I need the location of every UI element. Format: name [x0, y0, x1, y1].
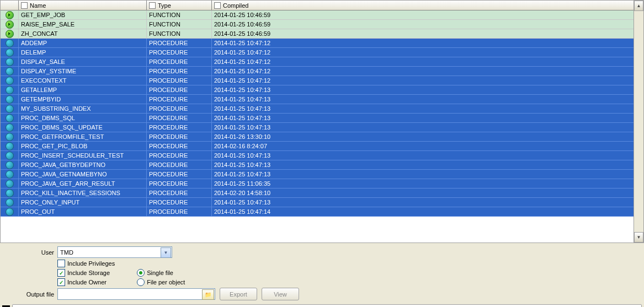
vertical-scrollbar[interactable]: ▲ ▼	[634, 1, 643, 243]
table-row[interactable]: RAISE_EMP_SALEFUNCTION2014-01-25 10:46:5…	[1, 20, 643, 29]
table-row[interactable]: GETEMPBYIDPROCEDURE2014-01-25 10:47:13	[1, 95, 643, 104]
table-row[interactable]: GETALLEMPPROCEDURE2014-01-25 10:47:13	[1, 85, 643, 95]
table-row[interactable]: PROC_ONLY_INPUTPROCEDURE2014-01-25 10:47…	[1, 198, 643, 207]
row-icon-cell	[1, 151, 19, 160]
include-owner-label: Include Owner	[67, 279, 107, 286]
row-compiled: 2014-01-25 10:47:13	[212, 170, 643, 179]
row-type: FUNCTION	[147, 10, 212, 20]
table-row[interactable]: EXECCONTEXTPROCEDURE2014-01-25 10:47:12	[1, 76, 643, 85]
row-name: RAISE_EMP_SALE	[19, 20, 147, 29]
row-compiled: 2014-01-25 10:46:59	[212, 29, 643, 39]
row-compiled: 2014-02-16 8:24:07	[212, 142, 643, 151]
table-row[interactable]: PROC_JAVA_GETNAMEBYNOPROCEDURE2014-01-25…	[1, 170, 643, 179]
scroll-up-icon[interactable]: ▲	[634, 1, 643, 11]
table-row[interactable]: PROC_JAVA_GETBYDEPTNOPROCEDURE2014-01-25…	[1, 160, 643, 170]
row-type: PROCEDURE	[147, 85, 212, 95]
header-type[interactable]: Type	[147, 1, 212, 10]
table-row[interactable]: MY_SUBSTRING_INDEXPROCEDURE2014-01-25 10…	[1, 104, 643, 114]
table-row[interactable]: PROC_GET_PIC_BLOBPROCEDURE2014-02-16 8:2…	[1, 142, 643, 151]
grid-body[interactable]: GET_EMP_JOBFUNCTION2014-01-25 10:46:59RA…	[1, 10, 643, 243]
output-file-label: Output file	[4, 291, 57, 298]
row-name: PROC_GET_PIC_BLOB	[19, 142, 147, 151]
checkbox-icon[interactable]	[57, 260, 65, 267]
row-compiled: 2014-01-25 10:47:12	[212, 57, 643, 67]
header-compiled-check-icon[interactable]	[214, 2, 221, 9]
checkbox-icon[interactable]: ✓	[57, 269, 65, 277]
user-combo[interactable]: TMD ▼	[57, 246, 172, 258]
status-bar	[0, 304, 644, 307]
table-row[interactable]: ZH_CONCATFUNCTION2014-01-25 10:46:59	[1, 29, 643, 39]
single-file-option[interactable]: Single file	[137, 269, 185, 277]
row-name: PROC_DBMS_SQL	[19, 114, 147, 123]
include-privileges-label: Include Privileges	[67, 260, 115, 267]
single-file-label: Single file	[147, 270, 173, 276]
header-name-check-icon[interactable]	[21, 2, 28, 9]
procedure-icon	[6, 95, 14, 104]
table-row[interactable]: PROC_INSERT_SCHEDULER_TESTPROCEDURE2014-…	[1, 151, 643, 160]
table-row[interactable]: PROC_DBMS_SQL_UPDATEPROCEDURE2014-01-25 …	[1, 123, 643, 132]
row-name: PROC_DBMS_SQL_UPDATE	[19, 123, 147, 132]
row-type: PROCEDURE	[147, 48, 212, 57]
row-type: PROCEDURE	[147, 151, 212, 160]
row-name: DISPLAY_SALE	[19, 57, 147, 67]
row-icon-cell	[1, 198, 19, 207]
browse-folder-icon[interactable]: 📁	[202, 289, 214, 300]
row-compiled: 2014-01-25 10:47:13	[212, 160, 643, 170]
row-compiled: 2014-01-25 10:47:13	[212, 198, 643, 207]
row-type: PROCEDURE	[147, 76, 212, 85]
row-icon-cell	[1, 67, 19, 76]
export-button[interactable]: Export	[220, 288, 257, 300]
view-button[interactable]: View	[262, 288, 299, 300]
output-file-input[interactable]: 📁	[57, 288, 215, 300]
procedure-icon	[6, 133, 14, 141]
row-name: ADDEMP	[19, 39, 147, 48]
row-icon-cell	[1, 114, 19, 123]
table-row[interactable]: PROC_GETFROMFILE_TESTPROCEDURE2014-01-26…	[1, 132, 643, 142]
radio-icon[interactable]	[137, 269, 145, 277]
table-row[interactable]: PROC_JAVA_GET_ARR_RESULTPROCEDURE2014-01…	[1, 179, 643, 188]
row-type: PROCEDURE	[147, 198, 212, 207]
table-row[interactable]: PROC_KILL_INACTIVE_SESSIONSPROCEDURE2014…	[1, 188, 643, 198]
header-corner[interactable]	[1, 1, 19, 10]
checkbox-icon[interactable]: ✓	[57, 278, 65, 286]
row-icon-cell	[1, 207, 19, 217]
row-type: PROCEDURE	[147, 132, 212, 142]
table-row[interactable]: DISPLAY_SALEPROCEDURE2014-01-25 10:47:12	[1, 57, 643, 67]
procedure-icon	[6, 189, 14, 197]
row-name: GETALLEMP	[19, 85, 147, 95]
table-row[interactable]: GET_EMP_JOBFUNCTION2014-01-25 10:46:59	[1, 10, 643, 20]
user-label: User	[4, 249, 57, 256]
row-type: PROCEDURE	[147, 123, 212, 132]
include-storage-option[interactable]: ✓ Include Storage	[57, 269, 115, 277]
row-icon-cell	[1, 160, 19, 170]
scroll-down-icon[interactable]: ▼	[634, 232, 643, 243]
include-owner-option[interactable]: ✓ Include Owner	[57, 278, 115, 286]
procedure-icon	[6, 86, 14, 94]
row-icon-cell	[1, 29, 19, 39]
table-row[interactable]: PROC_DBMS_SQLPROCEDURE2014-01-25 10:47:1…	[1, 114, 643, 123]
function-icon	[6, 11, 14, 19]
row-compiled: 2014-01-26 13:30:10	[212, 132, 643, 142]
radio-icon[interactable]	[137, 278, 145, 286]
header-name[interactable]: Name	[19, 1, 147, 10]
row-type: PROCEDURE	[147, 179, 212, 188]
procedure-icon	[6, 114, 14, 122]
file-per-object-option[interactable]: File per object	[137, 278, 185, 286]
include-privileges-option[interactable]: Include Privileges	[57, 260, 115, 267]
row-compiled: 2014-01-25 10:46:59	[212, 20, 643, 29]
table-row[interactable]: ADDEMPPROCEDURE2014-01-25 10:47:12	[1, 39, 643, 48]
scroll-track[interactable]	[634, 11, 643, 232]
header-compiled[interactable]: Compiled	[212, 1, 643, 10]
combo-dropdown-icon[interactable]: ▼	[161, 247, 171, 258]
procedure-icon	[6, 142, 14, 150]
row-type: PROCEDURE	[147, 67, 212, 76]
header-type-label: Type	[158, 2, 171, 9]
header-type-check-icon[interactable]	[149, 2, 156, 9]
row-name: PROC_JAVA_GETNAMEBYNO	[19, 170, 147, 179]
row-icon-cell	[1, 95, 19, 104]
table-row[interactable]: DELEMPPROCEDURE2014-01-25 10:47:12	[1, 48, 643, 57]
table-row[interactable]: DISPLAY_SYSTIMEPROCEDURE2014-01-25 10:47…	[1, 67, 643, 76]
procedure-icon	[6, 105, 14, 113]
table-row[interactable]: PROC_OUTPROCEDURE2014-01-25 10:47:14	[1, 207, 643, 217]
procedure-icon	[6, 49, 14, 57]
